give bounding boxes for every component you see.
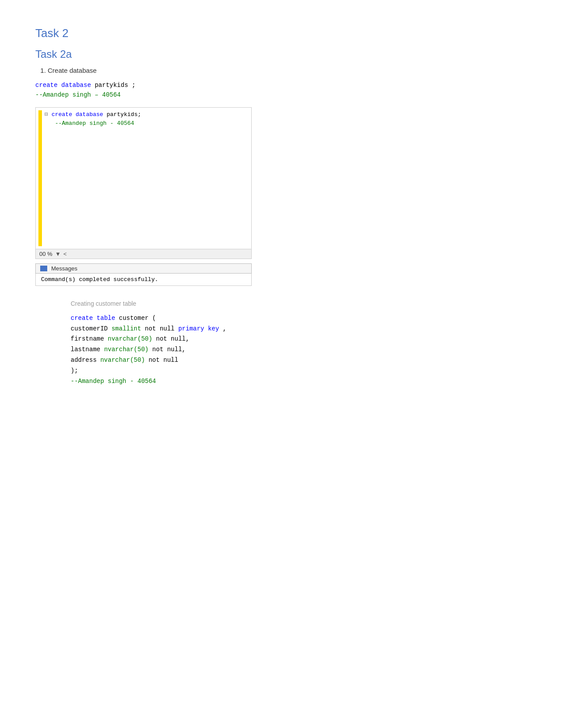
ssms-panel: ⊟ create database partykids; --Amandep s… — [35, 107, 252, 259]
ssms-kw-database: database — [76, 111, 103, 118]
messages-tab-row: Messages Command(s) completed successful… — [35, 263, 252, 286]
ct-kw-create: create — [71, 315, 93, 322]
ct-col2: firstname — [71, 335, 104, 342]
zoom-label: 00 % — [39, 251, 53, 257]
task-steps: Create database — [35, 67, 528, 74]
customer-table-code: create table customer ( customerID small… — [71, 313, 528, 387]
ssms-line-2: --Amandep singh - 40564 — [45, 119, 141, 128]
ct-col3: lastname — [71, 346, 100, 353]
ssms-editor: ⊟ create database partykids; --Amandep s… — [36, 108, 251, 249]
ct-line-3: firstname nvarchar(50) not null, — [71, 334, 528, 345]
zoom-arrow[interactable]: ▼ — [55, 251, 61, 257]
section-gap — [35, 286, 528, 300]
messages-tab-label: Messages — [51, 265, 77, 272]
ssms-footer: 00 % ▼ < — [36, 249, 251, 259]
ct-type2: nvarchar(50) — [108, 335, 152, 342]
ct-line-1: create table customer ( — [71, 313, 528, 324]
ssms-line-1: ⊟ create database partykids; — [45, 110, 141, 119]
step-1: Create database — [48, 67, 528, 74]
messages-icon — [40, 266, 47, 271]
messages-content: Command(s) completed successfully. — [35, 274, 252, 286]
creating-label: Creating customer table — [71, 300, 528, 307]
task-heading: Task 2 — [35, 26, 528, 40]
ct-pk: primary key — [178, 325, 219, 332]
ssms-code: ⊟ create database partykids; --Amandep s… — [45, 110, 141, 246]
ssms-semi: ; — [138, 111, 141, 118]
ssms-gutter — [38, 110, 42, 246]
ssms-db-name: partykids — [107, 111, 138, 118]
kw-create: create — [35, 82, 57, 89]
ct-comment: --Amandep singh - 40564 — [71, 378, 156, 385]
ct-type1: smallint — [111, 325, 141, 332]
ct-type3: nvarchar(50) — [104, 346, 149, 353]
ssms-kw-create: create — [52, 111, 72, 118]
less-than: < — [64, 251, 67, 257]
minus-icon: ⊟ — [45, 111, 48, 118]
messages-tab[interactable]: Messages — [35, 263, 252, 274]
ct-line-6: ); — [71, 366, 528, 376]
task-sub-heading: Task 2a — [35, 48, 528, 60]
ct-rest2: not null, — [156, 335, 189, 342]
ct-rest1: not null — [145, 325, 178, 332]
comment-line: --Amandep singh – 40564 — [35, 91, 121, 98]
ct-line-7: --Amandep singh - 40564 — [71, 376, 528, 387]
ct-col1: customerID — [71, 325, 108, 332]
ct-rest3: not null, — [152, 346, 186, 353]
semi: ; — [132, 82, 135, 89]
kw-database: database — [61, 82, 91, 89]
ct-type4: nvarchar(50) — [100, 356, 145, 364]
ct-rest4: not null — [148, 356, 178, 364]
ct-comma1: , — [223, 325, 227, 332]
ct-line-2: customerID smallint not null primary key… — [71, 324, 528, 334]
ssms-comment: --Amandep singh - 40564 — [55, 120, 134, 127]
ct-table-name: customer ( — [119, 315, 156, 322]
ct-col4: address — [71, 356, 97, 364]
create-db-code: create database partykids ; --Amandep si… — [35, 80, 528, 100]
ct-kw-table: table — [97, 315, 115, 322]
ct-line-4: lastname nvarchar(50) not null, — [71, 345, 528, 355]
ct-closing: ); — [71, 367, 78, 374]
ct-line-5: address nvarchar(50) not null — [71, 355, 528, 366]
db-name: partykids — [94, 82, 128, 89]
